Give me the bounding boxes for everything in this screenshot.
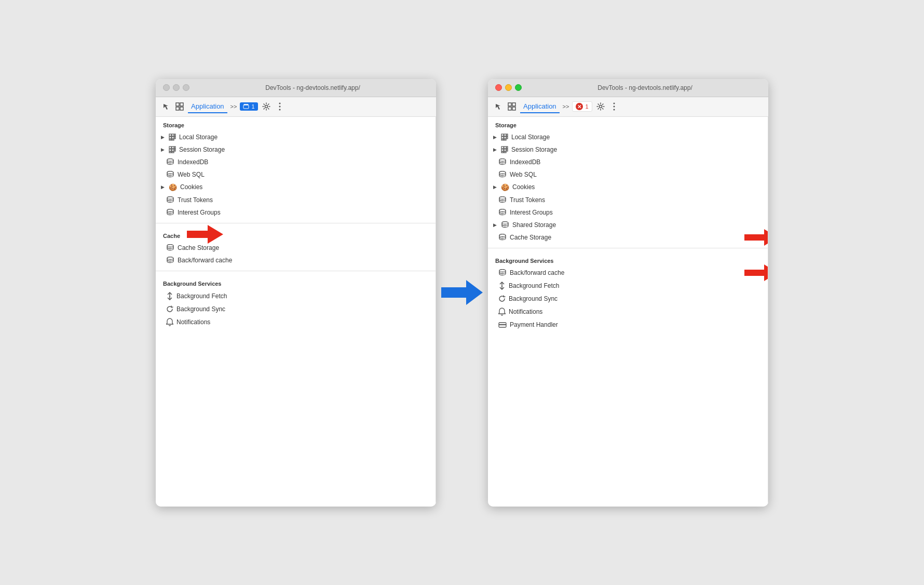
sidebar-item-background-fetch[interactable]: Background Fetch	[156, 289, 436, 303]
right-interest-groups-label: Interest Groups	[510, 209, 553, 216]
right-indexeddb-label: IndexedDB	[510, 158, 540, 166]
svg-rect-48	[507, 137, 508, 139]
right-sidebar-item-local-storage[interactable]: ▶ Local Storage	[488, 131, 768, 143]
sidebar-item-interest-groups[interactable]: Interest Groups	[156, 206, 436, 219]
cache-storage-label: Cache Storage	[178, 244, 219, 251]
svg-rect-2	[176, 107, 179, 110]
right-backforward-cache-icon	[498, 269, 507, 276]
right-more-icon[interactable]	[609, 101, 619, 112]
right-close-button[interactable]	[495, 84, 502, 91]
right-browser-window: DevTools - ng-devtools.netlify.app/	[488, 79, 768, 507]
right-elements-icon[interactable]	[507, 101, 517, 112]
sidebar-item-cookies[interactable]: ▶ 🍪 Cookies	[156, 181, 436, 194]
right-sidebar: Storage ▶ Local St	[488, 117, 768, 507]
svg-point-7	[279, 106, 280, 108]
left-browser-window: DevTools - ng-devtools.netlify.app/	[156, 79, 436, 507]
notifications-label: Notifications	[176, 318, 210, 326]
right-shared-storage-label: Shared Storage	[512, 221, 556, 229]
left-browser-title: DevTools - ng-devtools.netlify.app/	[197, 84, 429, 91]
svg-marker-65	[744, 229, 768, 246]
svg-point-60	[499, 171, 506, 174]
left-application-tab[interactable]: Application	[188, 100, 227, 113]
right-sidebar-item-cookies[interactable]: ▶ 🍪 Cookies	[488, 181, 768, 194]
left-badge[interactable]: 1	[240, 102, 257, 111]
sidebar-item-indexeddb[interactable]: IndexedDB	[156, 156, 436, 168]
left-titlebar: DevTools - ng-devtools.netlify.app/	[156, 79, 436, 97]
left-more-icon[interactable]	[275, 101, 285, 112]
svg-rect-1	[180, 103, 183, 106]
svg-rect-9	[169, 134, 171, 136]
right-sidebar-item-notifications[interactable]: Notifications	[488, 305, 768, 318]
svg-rect-21	[172, 149, 174, 151]
trust-tokens-label: Trust Tokens	[178, 196, 213, 204]
sidebar-item-trust-tokens[interactable]: Trust Tokens	[156, 194, 436, 206]
svg-rect-53	[507, 147, 508, 149]
right-traffic-lights	[495, 84, 522, 91]
right-max-button[interactable]	[515, 84, 522, 91]
sidebar-item-notifications[interactable]: Notifications	[156, 315, 436, 329]
between-arrow	[441, 277, 483, 308]
right-local-storage-label: Local Storage	[511, 134, 550, 141]
right-sidebar-item-indexeddb[interactable]: IndexedDB	[488, 156, 768, 168]
right-cache-storage-label: Cache Storage	[510, 234, 551, 241]
local-storage-label: Local Storage	[179, 134, 218, 141]
right-sidebar-item-trust-tokens[interactable]: Trust Tokens	[488, 194, 768, 206]
indexeddb-icon	[166, 158, 174, 166]
right-sidebar-item-interest-groups[interactable]: Interest Groups	[488, 206, 768, 219]
sidebar-item-session-storage[interactable]: ▶ Session Storage	[156, 143, 436, 156]
right-sidebar-item-cache-storage[interactable]: Cache Storage	[488, 231, 768, 244]
right-sidebar-item-payment-handler[interactable]: Payment Handler	[488, 318, 768, 331]
right-background-sync-icon	[498, 295, 506, 302]
sidebar-item-background-sync[interactable]: Background Sync	[156, 303, 436, 315]
left-badge-count: 1	[251, 103, 254, 110]
right-badge-error[interactable]: ✕ 1	[572, 101, 592, 112]
left-elements-icon[interactable]	[174, 101, 185, 112]
right-background-fetch-label: Background Fetch	[509, 282, 559, 289]
left-min-button[interactable]	[173, 84, 180, 91]
svg-point-62	[499, 209, 506, 211]
right-application-tab[interactable]: Application	[520, 100, 560, 113]
sidebar-item-backforward-cache[interactable]: Back/forward cache	[156, 254, 436, 267]
left-settings-icon[interactable]	[261, 101, 271, 112]
right-sidebar-item-session-storage[interactable]: ▶ Session Storage	[488, 143, 768, 156]
sidebar-item-local-storage[interactable]: ▶ Local Storage	[156, 131, 436, 143]
sidebar-item-web-sql[interactable]: Web SQL	[156, 168, 436, 181]
right-sidebar-item-web-sql[interactable]: Web SQL	[488, 168, 768, 181]
left-traffic-lights	[163, 84, 189, 91]
right-sidebar-item-shared-storage[interactable]: ▶ Shared Storage	[488, 219, 768, 231]
right-notifications-label: Notifications	[509, 308, 542, 315]
right-badge-count: 1	[585, 103, 588, 110]
right-sidebar-item-background-sync[interactable]: Background Sync	[488, 293, 768, 305]
svg-rect-50	[504, 139, 506, 140]
right-payment-handler-icon	[498, 322, 507, 328]
right-inspect-icon[interactable]	[493, 101, 504, 112]
left-red-arrow-cache	[187, 224, 223, 245]
right-min-button[interactable]	[505, 84, 512, 91]
left-toolbar: Application >> 1	[156, 97, 436, 117]
right-more-tabs[interactable]: >>	[563, 103, 569, 110]
right-devtools-body: Storage ▶ Local St	[488, 117, 768, 507]
right-sidebar-item-background-fetch[interactable]: Background Fetch	[488, 279, 768, 293]
right-cookies-expand-icon: ▶	[493, 184, 497, 190]
right-interest-groups-icon	[498, 209, 507, 216]
right-settings-icon[interactable]	[595, 101, 606, 112]
left-devtools: Application >> 1	[156, 97, 436, 507]
svg-rect-10	[172, 134, 174, 136]
svg-rect-20	[169, 149, 171, 151]
scene: DevTools - ng-devtools.netlify.app/	[135, 58, 789, 527]
background-fetch-icon	[166, 292, 173, 300]
backforward-cache-label: Back/forward cache	[178, 257, 232, 264]
svg-point-8	[279, 109, 280, 111]
left-more-tabs[interactable]: >>	[230, 103, 237, 110]
svg-point-42	[613, 109, 615, 111]
left-separator-2	[156, 271, 436, 271]
left-close-button[interactable]	[163, 84, 170, 91]
right-sidebar-item-backforward-cache[interactable]: Back/forward cache	[488, 267, 768, 279]
svg-point-28	[167, 209, 173, 211]
right-red-arrow-backforward	[744, 263, 768, 282]
svg-rect-44	[504, 134, 506, 136]
svg-rect-16	[172, 139, 174, 140]
left-inspect-icon[interactable]	[161, 101, 171, 112]
right-red-arrow-cache-storage	[744, 228, 768, 247]
left-max-button[interactable]	[183, 84, 189, 91]
